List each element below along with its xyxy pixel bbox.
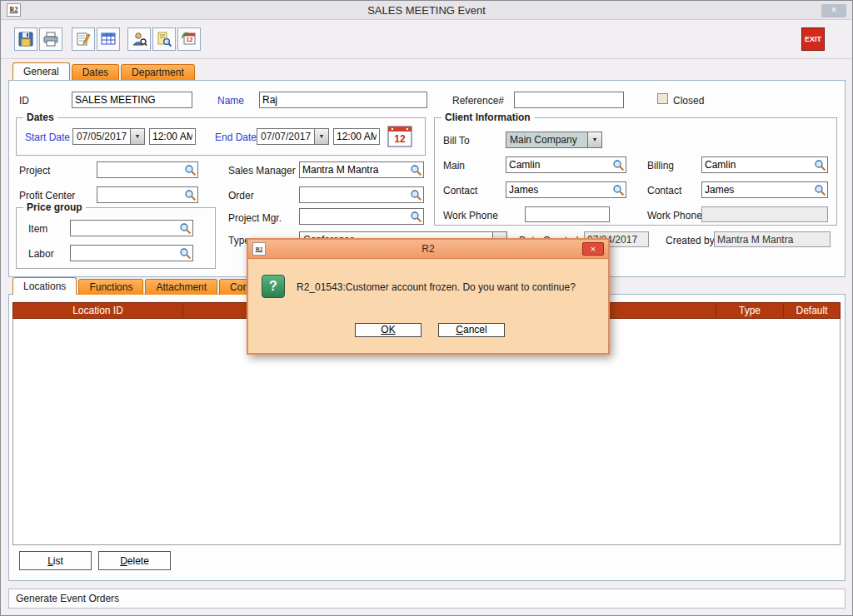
svg-text:12: 12 [187,37,193,42]
status-bar: Generate Event Orders [8,589,846,609]
save-icon [17,31,34,47]
bill-to-label: Bill To [443,135,470,147]
profit-center-input[interactable] [97,189,184,201]
lookup-icon[interactable] [179,247,192,260]
dialog-close-button[interactable]: × [582,242,604,256]
calendar-button[interactable]: 12 [387,123,413,151]
project-input[interactable] [97,164,184,176]
start-date-label: Start Date [25,132,70,143]
window-close-button[interactable]: × [821,4,846,17]
main-label: Main [443,160,465,171]
edit-note-button[interactable] [72,27,95,51]
sales-manager-label: Sales Manager [228,165,296,176]
labor-label: Labor [28,248,54,260]
end-date-combo[interactable]: 07/07/2017▼ [257,128,329,145]
project-mgr-label: Project Mgr. [228,212,282,224]
item-input[interactable] [71,222,179,234]
dropdown-arrow-icon[interactable]: ▼ [314,129,328,144]
name-input[interactable] [259,92,427,108]
sales-manager-field[interactable] [299,161,424,178]
lookup-icon[interactable] [814,159,826,171]
order-field[interactable] [299,186,424,203]
reference-label: Reference# [452,95,504,107]
billing-input[interactable] [702,159,814,171]
start-date-combo[interactable]: 07/05/2017▼ [72,128,145,145]
tab-functions[interactable]: Functions [78,279,143,295]
column-header-default: Default [784,303,840,318]
created-by-label: Created by [666,235,715,246]
billing-contact-input[interactable] [702,184,814,196]
print-button[interactable] [39,27,62,51]
lookup-icon[interactable] [612,159,625,171]
main-field[interactable] [506,156,626,173]
billing-field[interactable] [701,156,828,173]
save-button[interactable] [14,27,37,51]
tab-dates[interactable]: Dates [72,64,119,80]
reference-input[interactable] [514,92,624,108]
lookup-icon[interactable] [410,211,422,223]
end-time-input[interactable] [333,128,380,145]
profit-center-field[interactable] [97,186,198,203]
document-search-icon [156,31,172,47]
table-grid-button[interactable] [97,27,120,51]
lookup-icon[interactable] [814,184,826,196]
labor-field[interactable] [70,245,193,261]
end-date-value: 07/07/2017 [257,129,314,144]
project-label: Project [19,165,50,176]
delete-button[interactable]: Delete [98,551,171,570]
contact-field[interactable] [506,181,626,198]
ok-button[interactable]: OK [355,323,422,337]
closed-checkbox[interactable] [657,93,668,104]
created-by-field: Mantra M Mantra [714,231,831,247]
dates-group: Dates Start Date 07/05/2017▼ End Date 07… [16,117,426,156]
exit-button[interactable]: EXIT [801,27,825,51]
calendar-refresh-button[interactable]: 12 [177,27,201,51]
dates-group-legend: Dates [23,112,57,123]
start-time-input[interactable] [149,128,196,145]
app-window: R2 SALES MEETING Event × 12 EXIT General… [0,0,853,616]
dialog-title: R2 [248,243,608,255]
lookup-icon[interactable] [612,184,625,196]
id-input[interactable] [72,92,192,108]
question-icon: ? [262,275,285,298]
tab-general[interactable]: General [12,62,70,80]
lookup-icon[interactable] [184,189,197,201]
toolbar: 12 EXIT [1,21,852,59]
lookup-icon[interactable] [410,164,422,176]
bill-to-value: Main Company [506,132,587,147]
cancel-button[interactable]: Cancel [438,323,505,337]
sales-manager-input[interactable] [300,164,410,176]
document-search-button[interactable] [152,27,176,51]
project-mgr-field[interactable] [299,208,424,225]
contact-input[interactable] [506,184,612,196]
main-input[interactable] [506,159,612,171]
project-field[interactable] [97,161,198,178]
billing-contact-label: Contact [647,185,681,196]
lookup-icon[interactable] [410,189,422,201]
dropdown-arrow-icon[interactable]: ▼ [587,132,601,147]
calendar-refresh-icon: 12 [181,31,197,47]
person-search-button[interactable] [127,27,151,51]
dropdown-arrow-icon[interactable]: ▼ [130,129,144,144]
name-label: Name [217,95,244,107]
lookup-icon[interactable] [184,164,197,176]
item-field[interactable] [70,220,193,236]
project-mgr-input[interactable] [300,211,410,222]
labor-input[interactable] [71,247,179,259]
id-label: ID [19,95,29,107]
billing-work-phone-label: Work Phone [647,210,702,221]
status-text: Generate Event Orders [16,593,119,604]
table-grid-icon [100,31,117,47]
billing-contact-field[interactable] [701,181,828,198]
tab-department[interactable]: Department [121,64,195,80]
list-button[interactable]: List [19,551,92,570]
lookup-icon[interactable] [179,222,192,235]
start-date-value: 07/05/2017 [73,129,130,144]
tab-attachment[interactable]: Attachment [145,279,217,295]
tab-locations[interactable]: Locations [12,277,77,295]
bill-to-combo[interactable]: Main Company▼ [506,132,602,148]
work-phone-input[interactable] [525,206,610,222]
client-info-group: Client Information Bill To Main Company▼… [434,117,837,226]
profit-center-label: Profit Center [19,190,75,201]
order-input[interactable] [300,189,410,201]
